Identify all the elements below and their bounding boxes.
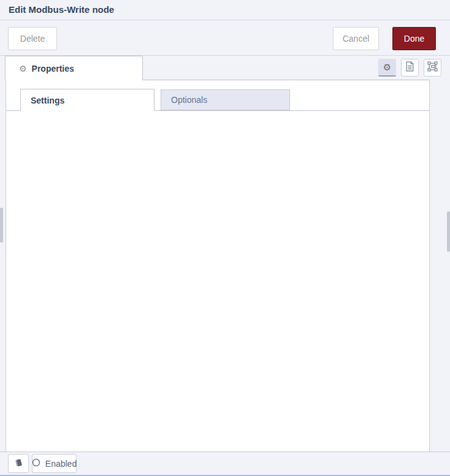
done-button[interactable]: Done [392, 27, 436, 50]
right-scrollbar-thumb[interactable] [447, 211, 450, 252]
node-help-button[interactable] [8, 454, 29, 473]
appearance-frame-icon [427, 61, 438, 74]
dialog-title: Edit Modbus-Write node [9, 4, 114, 15]
gear-icon: ⚙ [19, 64, 27, 74]
properties-icon-button[interactable]: ⚙ [378, 59, 396, 77]
tab-properties-label: Properties [32, 64, 74, 74]
left-scrollbar-thumb[interactable] [0, 208, 3, 243]
dialog-footer: Enabled [0, 451, 450, 475]
status-circle-icon [32, 458, 40, 469]
document-icon [405, 61, 414, 74]
tab-properties[interactable]: ⚙ Properties [5, 56, 143, 80]
appearance-icon-button[interactable] [424, 59, 441, 77]
properties-panel [6, 80, 430, 451]
dialog-title-bar: Edit Modbus-Write node [0, 0, 450, 20]
enabled-label: Enabled [45, 459, 77, 469]
tab-optionals-label: Optionals [171, 95, 207, 105]
cancel-button[interactable]: Cancel [333, 27, 379, 50]
tab-optionals[interactable]: Optionals [161, 89, 290, 110]
book-icon [14, 458, 23, 469]
tab-settings[interactable]: Settings [20, 89, 154, 111]
gear-icon: ⚙ [383, 62, 391, 73]
node-enabled-toggle[interactable]: Enabled [32, 454, 77, 473]
description-icon-button[interactable] [401, 59, 419, 77]
edit-node-dialog: Edit Modbus-Write node Delete Cancel Don… [0, 0, 450, 476]
delete-button[interactable]: Delete [8, 27, 57, 50]
tab-settings-label: Settings [31, 96, 64, 105]
